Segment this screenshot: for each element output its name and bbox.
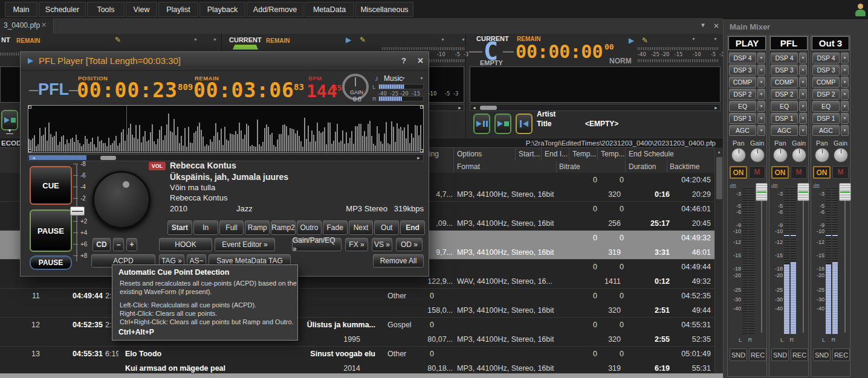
pan-knob[interactable] [815, 148, 829, 162]
col-format[interactable]: Format [457, 161, 480, 173]
on-button[interactable]: ON [730, 166, 747, 179]
player-a-dropdown-icon-2[interactable]: ▼ [213, 37, 217, 42]
col-start[interactable]: Start... [519, 148, 540, 161]
category-dropdown-icon-2[interactable]: ▼ [419, 76, 424, 80]
scroll-left-icon[interactable]: ◄ [472, 106, 476, 110]
menu-playlist[interactable]: Playlist [158, 2, 198, 17]
mute-button[interactable]: M [832, 166, 849, 179]
menu-tools[interactable]: Tools [87, 2, 125, 17]
tabstrip-close-icon[interactable]: ✕ [713, 22, 719, 30]
chevron-down-icon[interactable]: ▼ [799, 53, 807, 63]
strip-title-button[interactable]: PLAY [728, 36, 766, 50]
comp-button[interactable]: COMP [729, 77, 756, 88]
chevron-down-icon[interactable]: ▼ [841, 101, 849, 112]
chevron-down-icon[interactable]: ▼ [799, 113, 807, 124]
mute-button[interactable]: M [749, 166, 765, 179]
remove-all-button[interactable]: Remove All [373, 254, 424, 267]
agc-button[interactable]: AGC [812, 125, 840, 136]
chevron-down-icon[interactable]: ▼ [799, 89, 807, 100]
dsp1-button[interactable]: DSP 1 [729, 113, 756, 124]
table-row[interactable]: 13 04:55:31 6:19 Elo Toodo Sinust voogab… [0, 347, 714, 376]
chevron-down-icon[interactable]: ▼ [757, 113, 765, 124]
hook-button[interactable]: HOOK [159, 238, 212, 251]
jog-knob[interactable] [92, 171, 151, 229]
dsp4-button[interactable]: DSP 4 [771, 53, 798, 63]
menu-add-remove[interactable]: Add/Remove [247, 2, 303, 17]
plus-button[interactable]: + [126, 238, 137, 251]
chevron-down-icon[interactable]: ▼ [841, 53, 849, 63]
player-c-play-pause-button[interactable] [473, 114, 490, 134]
col-bitrate[interactable]: Bitrate [559, 161, 580, 173]
dsp3-button[interactable]: DSP 3 [771, 65, 798, 75]
cue-end-button[interactable]: End [400, 220, 425, 235]
menu-main[interactable]: Main [5, 2, 37, 17]
cd-button[interactable]: CD [92, 238, 111, 251]
tab-close-icon[interactable]: ✕ [41, 21, 47, 29]
player-c-scrollbar[interactable]: ◄ ► [470, 104, 721, 111]
waveform-display[interactable] [28, 105, 424, 153]
cue-outro-button[interactable]: Outro [297, 220, 322, 235]
volume-fader-handle[interactable] [756, 183, 768, 201]
player-a-play-stop-button[interactable] [1, 110, 18, 130]
player-c-play-stop-button[interactable] [494, 114, 511, 134]
chevron-down-icon[interactable]: ▼ [757, 125, 765, 136]
scroll-up-icon[interactable]: ▲ [717, 150, 721, 154]
col-end-i[interactable]: End I... [545, 148, 568, 161]
dsp4-button[interactable]: DSP 4 [729, 53, 756, 63]
gain-knob[interactable] [792, 148, 806, 162]
volume-fader-handle[interactable] [839, 183, 851, 201]
player-c-edit-icon[interactable]: ✎ [642, 36, 648, 45]
volume-fader-handle[interactable] [797, 183, 809, 201]
table-row[interactable]: 12 04:52:35 2:55 Ülistus ja kumma... Gos… [0, 318, 714, 347]
dialog-title-bar[interactable]: ▶ PFL Player [Total Length=00:03:30] ? ✕ [21, 52, 429, 71]
category-select[interactable]: Music [384, 74, 403, 83]
playlist-tab[interactable]: 3_0400.pfp ✕ [0, 18, 54, 34]
rec-button[interactable]: REC [749, 348, 766, 361]
menu-scheduler[interactable]: Scheduler [39, 2, 86, 17]
cue-in-button[interactable]: In [193, 220, 218, 235]
dsp3-button[interactable]: DSP 3 [729, 65, 756, 75]
player-a-dropdown-icon[interactable]: ▼ [193, 37, 198, 42]
menu-playback[interactable]: Playback [199, 2, 245, 17]
col-temp-2[interactable]: Temp... [601, 148, 624, 161]
rec-button[interactable]: REC [832, 348, 850, 361]
comp-button[interactable]: COMP [812, 77, 840, 88]
table-row[interactable]: 11 04:49:44 2:51 Other 0 0 0 04:52:35 15… [0, 289, 714, 318]
rec-button[interactable]: REC [791, 348, 808, 361]
player-b-dropdown-icon-2[interactable]: ▼ [461, 37, 465, 42]
dsp2-button[interactable]: DSP 2 [771, 89, 798, 100]
snd-button[interactable]: SND [730, 348, 747, 361]
player-a-tray-icon[interactable]: ▼ [6, 128, 13, 134]
agc-button[interactable]: AGC [729, 125, 756, 136]
pan-knob[interactable] [773, 148, 788, 162]
pitch-fader-handle[interactable] [70, 207, 85, 216]
cue-fade-button[interactable]: Fade [323, 220, 348, 235]
tabstrip-dropdown-icon[interactable]: ▼ [700, 22, 706, 28]
chevron-down-icon[interactable]: ▼ [799, 125, 807, 136]
comp-button[interactable]: COMP [771, 77, 798, 88]
cue-ramp2-button[interactable]: Ramp2 [271, 220, 296, 235]
pause-button-2[interactable]: PAUSE [30, 255, 72, 270]
chevron-down-icon[interactable]: ▼ [841, 77, 849, 88]
dsp1-button[interactable]: DSP 1 [771, 113, 798, 124]
vscroll-thumb[interactable] [716, 157, 722, 199]
dsp4-button[interactable]: DSP 4 [812, 53, 840, 63]
vs-button[interactable]: VS » [372, 238, 392, 251]
gain-knob[interactable] [834, 148, 848, 162]
dsp1-button[interactable]: DSP 1 [812, 113, 840, 124]
pause-button[interactable]: PAUSE [30, 210, 72, 252]
minus-button[interactable]: – [113, 238, 124, 251]
cue-out-button[interactable]: Out [374, 220, 399, 235]
snd-button[interactable]: SND [771, 348, 789, 361]
col-backtime[interactable]: Backtime [670, 161, 699, 173]
chevron-down-icon[interactable]: ▼ [799, 77, 807, 88]
menu-metadata[interactable]: MetaData [305, 2, 354, 17]
waveform-view-range[interactable]: ◄ [29, 155, 86, 160]
chevron-down-icon[interactable]: ▼ [799, 101, 807, 112]
player-c-dropdown-icon-2[interactable]: ▼ [713, 37, 717, 41]
cue-ramp-button[interactable]: Ramp [245, 220, 270, 235]
chevron-down-icon[interactable]: ▼ [841, 113, 849, 124]
eq-button[interactable]: EQ [771, 101, 798, 112]
cue-next-button[interactable]: Next [349, 220, 374, 235]
menu-miscellaneous[interactable]: Miscellaneous [355, 2, 413, 17]
